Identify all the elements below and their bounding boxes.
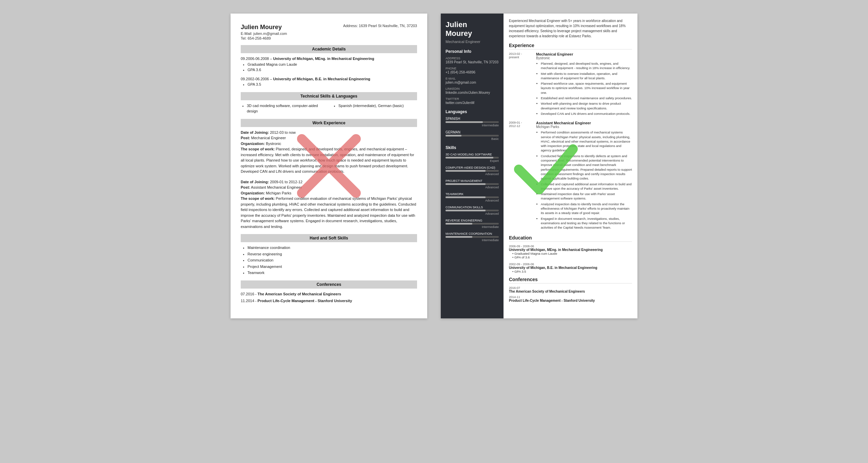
edu-period-2: 09.2002-06.2006 — [241, 77, 269, 81]
edu-right-sub-1: • Graduated Magna cum Laude• GPA of 3.6 — [509, 252, 632, 259]
exp-content-1: Mechanical Engineer Bystronic Planned, d… — [536, 52, 632, 117]
personal-info-title: Personal Info — [446, 49, 499, 54]
conf-name-1: The American Society of Mechanical Engin… — [509, 290, 632, 293]
soft-skill-4: Project Management — [248, 264, 417, 270]
language-german: GERMAN Basic — [446, 130, 499, 141]
resume-left: Julien Mourey E-Mail: julien.m@gmail.com… — [231, 14, 427, 318]
education-list: 09.2006-06.2008 – University of Michigan… — [241, 56, 417, 87]
skills-col-right: Spanish (intermediate), German (basic) — [332, 103, 417, 114]
work-entry-1: Date of Joining: 2012-03 to now Post: Me… — [241, 130, 417, 174]
edu-right-title-2: University of Michigan, B.E. in Mechanic… — [509, 266, 632, 270]
work-list: Date of Joining: 2012-03 to now Post: Me… — [241, 130, 417, 230]
edu-right-date-1: 2006-09 - 2008-06 — [509, 245, 632, 248]
exp-company-1: Bystronic — [536, 56, 632, 60]
section-technical: Technical Skills & Languages — [241, 92, 417, 100]
skills-col-left: 3D cad modeling software, computer-aided… — [241, 103, 326, 114]
skill-teamwork: TEAMWORK Advanced — [446, 192, 499, 202]
edu-right-2: 2002-09 - 2006-06 University of Michigan… — [509, 262, 632, 273]
left-address: Address: 1639 Pearl St Nashville, TN, 37… — [343, 24, 417, 28]
languages-title: Languages — [446, 109, 499, 114]
edu-degree-1: University of Michigan, MEng. in Mechani… — [273, 57, 374, 61]
exp-bullet-1-6: Developed CAN and LIN drivers and commun… — [541, 111, 632, 116]
experience-section-title: Experience — [509, 43, 632, 49]
personal-linkedin: LinkedIn linkedin.com/in/Julien.Mourey — [446, 87, 499, 94]
conf-entry-1: 07.2016 - The American Society of Mechan… — [241, 291, 417, 297]
section-conferences: Conferences — [241, 280, 417, 289]
personal-email: E-mail julien.m@gmail.com — [446, 77, 499, 84]
exp-bullet-1-3: Planned workforce use, space requirement… — [541, 81, 632, 95]
conf-name-2: Product Life-Cycle Management - Stanford… — [509, 299, 632, 302]
edu-entry-1: 09.2006-06.2008 – University of Michigan… — [241, 56, 417, 73]
edu-bullet-2-1: GPA 3.5 — [248, 82, 417, 87]
right-summary: Experienced Mechanical Engineer with 5+ … — [509, 18, 632, 39]
education-section-title: Education — [509, 235, 632, 242]
soft-skill-3: Communication — [248, 257, 417, 263]
exp-date-2: 2009-01 -2012-12 — [509, 121, 536, 231]
work-scope-1: The scope of work: Planned, designed, an… — [241, 146, 417, 174]
soft-skill-1: Maintenance coordination — [248, 245, 417, 251]
personal-address: Address 1839 Pearl St, Nashville, TN 372… — [446, 57, 499, 64]
work-org-2: Organization: Michigan Parks — [241, 190, 417, 196]
exp-entry-1: 2013-02 -present Mechanical Engineer Bys… — [509, 52, 632, 117]
skills-title: Skills — [446, 145, 499, 150]
section-academic: Academic Details — [241, 45, 417, 53]
exp-bullet-1-5: Worked with planning and design teams to… — [541, 101, 632, 110]
conf-right-1: 2016-07 The American Society of Mechanic… — [509, 286, 632, 293]
soft-skill-2: Reverse engineering — [248, 251, 417, 257]
skill-maintenance: MAINTENANCE COORDINATION Intermediate — [446, 232, 499, 242]
exp-date-1: 2013-02 -present — [509, 52, 536, 117]
language-spanish: SPANISH Intermediate — [446, 117, 499, 127]
soft-skills-list: Maintenance coordination Reverse enginee… — [241, 245, 417, 276]
skill-item-1: 3D cad modeling software, computer-aided… — [247, 103, 326, 114]
left-tel: Tel: 654-258-4689 — [241, 36, 417, 40]
skill-reverse: REVERSE ENGINEERING Intermediate — [446, 219, 499, 229]
personal-twitter: Twitter twitter.com/JulienM — [446, 97, 499, 105]
exp-bullet-1-2: Met with clients to oversee installation… — [541, 71, 632, 81]
conferences-section-title: Conferences — [509, 277, 632, 283]
right-sidebar: JulienMourey Mechanical Engineer Persona… — [441, 14, 504, 318]
right-title: Mechanical Engineer — [446, 40, 499, 44]
exp-bullet-2-6: Engaged in document research, investigat… — [541, 216, 632, 230]
work-post-2: Post: Assistant Mechanical Engineer — [241, 185, 417, 190]
exp-bullet-2-2: Conducted field inspections to identify … — [541, 154, 632, 181]
right-main: Experienced Mechanical Engineer with 5+ … — [504, 14, 637, 318]
edu-entry-2: 09.2002-06.2006 – University of Michigan… — [241, 76, 417, 87]
skills-row: 3D cad modeling software, computer-aided… — [241, 103, 417, 114]
left-body: Academic Details 09.2006-06.2008 – Unive… — [241, 45, 417, 304]
soft-skill-5: Teamwork — [248, 270, 417, 276]
section-hard-soft: Hard and Soft Skills — [241, 234, 417, 242]
edu-bullet-1-2: GPA 3.6 — [248, 67, 417, 73]
work-joining-1: Date of Joining: 2012-03 to now — [241, 130, 417, 135]
exp-bullet-2-3: Collected and captured additional asset … — [541, 182, 632, 191]
work-post-1: Post: Mechanical Engineer — [241, 135, 417, 141]
exp-entry-2: 2009-01 -2012-12 Assistant Mechanical En… — [509, 121, 632, 231]
edu-right-1: 2006-09 - 2008-06 University of Michigan… — [509, 245, 632, 259]
edu-right-date-2: 2002-09 - 2006-06 — [509, 262, 632, 266]
work-scope-2: The scope of work: Performed condition e… — [241, 196, 417, 229]
exp-bullet-2-4: Maintained inspection data for use with … — [541, 192, 632, 201]
section-work: Work Experience — [241, 119, 417, 127]
conf-date-1: 2016-07 — [509, 286, 632, 290]
exp-bullets-2: Performed condition assessments of mecha… — [536, 130, 632, 230]
left-email: E-Mail: julien.m@gmail.com — [241, 31, 417, 36]
edu-bullet-1-1: Graduated Magna cum Laude — [248, 62, 417, 67]
conferences-list: 07.2016 - The American Society of Mechan… — [241, 291, 417, 304]
edu-period-1: 09.2006-06.2008 — [241, 57, 269, 61]
skill-pm: PROJECT MANAGEMENT Advanced — [446, 179, 499, 189]
exp-bullet-1-1: Planned, designed, and developed tools, … — [541, 61, 632, 70]
exp-bullet-1-4: Established and reinforced maintenance a… — [541, 96, 632, 100]
resume-right: JulienMourey Mechanical Engineer Persona… — [441, 14, 637, 318]
exp-job-title-1: Mechanical Engineer — [536, 52, 632, 56]
skill-comm: COMMUNICATION SKILLS Advanced — [446, 206, 499, 215]
skill-cad: 3D CAD MODELING SOFTWARE Expert — [446, 153, 499, 163]
exp-content-2: Assistant Mechanical Engineer Michigan P… — [536, 121, 632, 231]
personal-phone: Phone +1 (654) 258-46896 — [446, 67, 499, 74]
edu-degree-2: University of Michigan, B.E. in Mechanic… — [273, 77, 370, 81]
exp-bullet-2-1: Performed condition assessments of mecha… — [541, 130, 632, 152]
edu-right-sub-2: • GPA 3.5 — [509, 270, 632, 273]
exp-job-title-2: Assistant Mechanical Engineer — [536, 121, 632, 125]
skill-item-2: Spanish (intermediate), German (basic) — [338, 103, 417, 109]
exp-bullets-1: Planned, designed, and developed tools, … — [536, 61, 632, 116]
work-entry-2: Date of Joining: 2009-01 to 2012-12 Post… — [241, 179, 417, 230]
exp-bullet-2-5: Analyzed inspection data to identify tre… — [541, 202, 632, 215]
